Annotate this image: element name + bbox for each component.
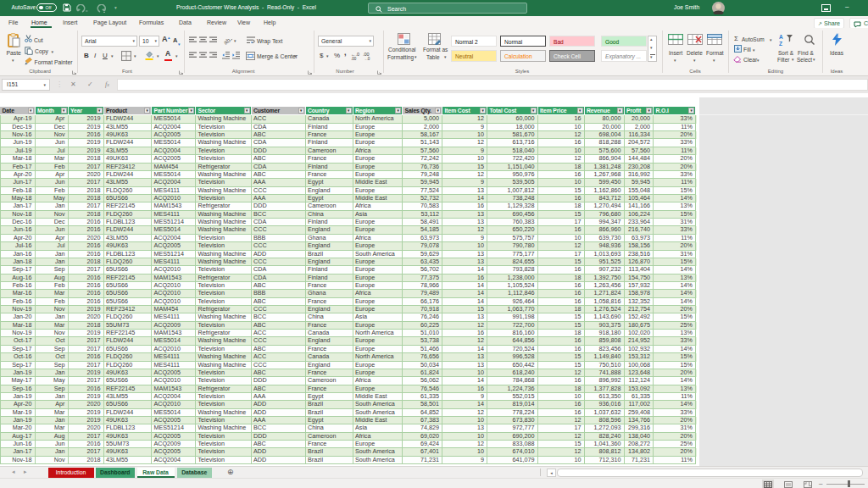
svg-text:ab: ab [223,36,231,45]
svg-text:→.0: →.0 [363,57,370,60]
svg-text:Z: Z [779,41,782,47]
svg-text:.00: .00 [351,57,357,60]
svg-text:A: A [779,34,783,40]
